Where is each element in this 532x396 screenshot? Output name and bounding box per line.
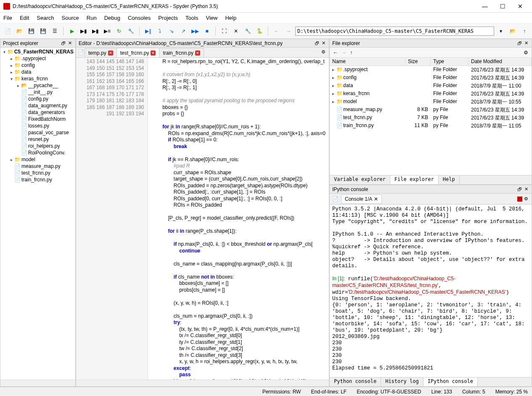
menu-edit[interactable]: Edit bbox=[20, 15, 29, 21]
debug-icon[interactable]: ▶‖ bbox=[143, 26, 153, 36]
file-list[interactable]: ▸📁.spyprojectFile Folder2017/6/23 星期五 14… bbox=[330, 66, 532, 175]
menu-source[interactable]: Source bbox=[62, 15, 79, 21]
tree-item[interactable]: 📄data_augment.py bbox=[0, 102, 75, 109]
ipy-undock-icon[interactable]: 🗗 bbox=[516, 186, 522, 192]
undock-icon[interactable]: 🗗 bbox=[60, 40, 66, 46]
project-tree[interactable]: ▾📁C5_FasterRCNN_KERAS▸📁.spyproject▸📁conf… bbox=[0, 48, 75, 380]
tab-close-icon[interactable]: ✕ bbox=[151, 50, 156, 56]
fex-undock-icon[interactable]: 🗗 bbox=[516, 40, 522, 46]
tree-item[interactable]: ▾📁keras_frcnn bbox=[0, 75, 75, 82]
fullscreen-icon[interactable]: ✕ bbox=[231, 26, 241, 36]
bottom-tab[interactable]: Python console bbox=[330, 377, 381, 386]
close-button[interactable]: ✕ bbox=[512, 0, 529, 12]
fex-up-icon[interactable]: ↑ bbox=[350, 50, 352, 56]
ipy-close-icon[interactable]: ✕ bbox=[523, 186, 529, 192]
python-path-icon[interactable]: 🐍 bbox=[254, 26, 265, 36]
column-header[interactable]: Name bbox=[330, 58, 405, 66]
file-row[interactable]: ▸📁.spyprojectFile Folder2017/6/23 星期五 14… bbox=[330, 66, 532, 74]
menu-view[interactable]: View bbox=[206, 15, 217, 21]
working-dir-input[interactable]: D:\test\hadoopcv\ChinaHadoop_C5-master\C… bbox=[295, 27, 494, 36]
save-icon[interactable]: 💾 bbox=[26, 26, 36, 36]
step-over-icon[interactable]: ⤵ bbox=[155, 26, 165, 36]
tree-item[interactable]: ▾📁C5_FasterRCNN_KERAS bbox=[0, 48, 75, 55]
column-header[interactable]: Date Modified bbox=[468, 58, 532, 66]
maximize-button[interactable]: ☐ bbox=[494, 0, 511, 12]
tree-item[interactable]: 📄test_frcnn.py bbox=[0, 170, 75, 176]
bottom-tab[interactable]: Help bbox=[439, 175, 460, 184]
menu-consoles[interactable]: Consoles bbox=[128, 15, 151, 21]
minimize-button[interactable]: — bbox=[476, 0, 493, 12]
stop-debug-icon[interactable]: ■ bbox=[202, 26, 212, 36]
editor-tab[interactable]: temp.py✕ bbox=[85, 48, 117, 57]
tree-item[interactable]: ▸📁config bbox=[0, 62, 75, 69]
tab-close-icon[interactable]: ✕ bbox=[195, 50, 200, 56]
debug-config-icon[interactable]: 🔧 bbox=[126, 26, 136, 36]
step-out-icon[interactable]: ↗ bbox=[178, 26, 188, 36]
save-all-icon[interactable]: 💾 bbox=[38, 26, 48, 36]
run-cell-icon[interactable]: ▶▮ bbox=[79, 26, 89, 36]
maximize-pane-icon[interactable]: ⛶ bbox=[219, 26, 229, 36]
back-icon[interactable]: ← bbox=[272, 26, 282, 36]
menu-debug[interactable]: Debug bbox=[104, 15, 120, 21]
fex-forward-icon[interactable]: → bbox=[341, 50, 347, 56]
continue-icon[interactable]: ▶▶ bbox=[190, 26, 200, 36]
tree-item[interactable]: 📄FixedBatchNorm bbox=[0, 116, 75, 122]
run-icon[interactable]: ▶ bbox=[67, 26, 77, 36]
editor-close-icon[interactable]: ✕ bbox=[320, 40, 326, 46]
tree-item[interactable]: ▸📁model bbox=[0, 156, 75, 163]
editor-tab[interactable]: train_frcnn.py✕ bbox=[159, 48, 204, 57]
open-file-icon[interactable]: 📂 bbox=[14, 26, 24, 36]
console-tab[interactable]: Console 1/A ✕ bbox=[341, 194, 382, 204]
parent-dir-icon[interactable]: ↑ bbox=[519, 26, 529, 36]
tree-item[interactable]: 📄RoiPoolingConv. bbox=[0, 149, 75, 156]
column-header[interactable]: Type bbox=[431, 58, 468, 66]
tree-item[interactable]: ▸📁.spyproject bbox=[0, 55, 75, 62]
file-row[interactable]: ▸📁configFile Folder2017/6/23 星期五 14:39 bbox=[330, 74, 532, 82]
tree-item[interactable]: 📄__init__.py bbox=[0, 89, 75, 96]
ipython-output[interactable]: Python 3.5.2 |Anaconda 4.2.0 (64-bit)| (… bbox=[330, 205, 532, 377]
menu-tools[interactable]: Tools bbox=[185, 15, 198, 21]
editor-undock-icon[interactable]: 🗗 bbox=[314, 40, 320, 46]
bottom-tab[interactable]: Variable explorer bbox=[330, 175, 390, 184]
cwd-dropdown-icon[interactable]: ▾ bbox=[496, 26, 506, 36]
column-header[interactable]: Size bbox=[405, 58, 431, 66]
tree-item[interactable]: 📄data_generators bbox=[0, 109, 75, 116]
file-row[interactable]: 📄train_frcnn.py11 KBpy File2018/7/9 星期一 … bbox=[330, 122, 532, 130]
run-selection-icon[interactable]: ▶≡ bbox=[102, 26, 112, 36]
fex-back-icon[interactable]: ← bbox=[333, 50, 338, 56]
tree-item[interactable]: 📄pascal_voc_parse bbox=[0, 129, 75, 136]
rerun-icon[interactable]: ↻ bbox=[114, 26, 124, 36]
close-panel-icon[interactable]: ✕ bbox=[67, 40, 73, 46]
browse-folder-icon[interactable]: 📂 bbox=[508, 26, 518, 36]
tree-item[interactable]: 📄train_frcnn.py bbox=[0, 176, 75, 183]
bottom-tab[interactable]: History log bbox=[381, 377, 423, 386]
step-into-icon[interactable]: ↘ bbox=[167, 26, 177, 36]
tree-item[interactable]: 📄config.py bbox=[0, 96, 75, 102]
file-row[interactable]: ▸📁dataFile Folder2018/7/9 星期一 11:00 bbox=[330, 82, 532, 90]
bottom-tab[interactable]: IPython console bbox=[423, 377, 478, 386]
code-editor[interactable]: 143 144 145 146 147 148 149 150 151 152 … bbox=[76, 58, 329, 380]
console-tab-close-icon[interactable]: ✕ bbox=[374, 196, 378, 202]
outline-icon[interactable]: ☰ bbox=[50, 26, 60, 36]
tree-item[interactable]: ▸📁data bbox=[0, 69, 75, 75]
file-row[interactable]: 📄measure_map.py8 KBpy File2017/6/23 星期五 … bbox=[330, 106, 532, 114]
tree-item[interactable]: 📄losses.py bbox=[0, 122, 75, 129]
editor-tab[interactable]: test_frcnn.py✕ bbox=[116, 48, 160, 57]
file-row[interactable]: ▸📁modelFile Folder2018/7/9 星期一 10:55 bbox=[330, 98, 532, 106]
fex-options-icon[interactable]: ⚙ bbox=[524, 50, 528, 56]
fex-close-icon[interactable]: ✕ bbox=[523, 40, 529, 46]
new-file-icon[interactable]: 📄 bbox=[3, 26, 13, 36]
menu-projects[interactable]: Projects bbox=[158, 15, 178, 21]
tree-item[interactable]: ▸📂__pycache__ bbox=[0, 82, 75, 89]
preferences-icon[interactable]: 🔧 bbox=[243, 26, 253, 36]
menu-file[interactable]: File bbox=[3, 15, 12, 21]
file-row[interactable]: 📄test_frcnn.py7 KBpy File2017/6/23 星期五 1… bbox=[330, 114, 532, 122]
console-browse-icon[interactable]: 📄 bbox=[332, 196, 339, 202]
tree-item[interactable]: 📄measure_map.py bbox=[0, 163, 75, 170]
menu-search[interactable]: Search bbox=[37, 15, 54, 21]
tab-close-icon[interactable]: ✕ bbox=[108, 50, 113, 56]
forward-icon[interactable]: → bbox=[283, 26, 294, 36]
tab-browse-icon[interactable]: 📄 bbox=[78, 49, 84, 55]
console-stop-icon[interactable] bbox=[517, 197, 522, 202]
menu-help[interactable]: Help bbox=[225, 15, 236, 21]
